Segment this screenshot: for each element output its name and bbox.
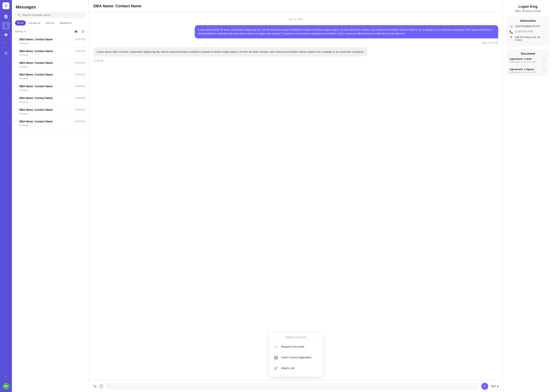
email-icon: 📧 [510,25,513,28]
document-info-1: Agreement Signed Requested on July 14, 2… [510,68,543,73]
star-icon[interactable]: ☆ [83,100,85,103]
message-item-name: DBA Name: Contact Name [15,38,53,41]
message-item[interactable]: DBA Name: Contact Name 6/28/2022 Preview… [12,94,89,106]
delete-icon[interactable]: 🗑️ [80,29,85,34]
send-button[interactable]: ➤ [481,383,488,390]
link-shortcut-icon: 🔗 [273,365,279,371]
info-panel: Logan King DBA: Business Name Informatio… [503,0,553,392]
move-icon[interactable]: 📤 [73,29,79,34]
message-item[interactable]: DBA Name: Contact Name 6/28/2022 Preview… [12,59,89,71]
document-date-0: Requested on July 14, 2022 [510,61,543,63]
message-item-preview-row: Preview ☆ [15,42,85,45]
star-icon[interactable]: ☆ [83,53,85,56]
message-checkbox[interactable] [15,50,18,52]
message-item-preview: Preview [19,42,28,45]
message-meta-sent: Read 12:39 PM [482,42,498,44]
phone-value: 1-777-777-7777 [515,30,533,33]
message-item-preview: Preview [19,65,28,68]
user-avatar[interactable]: MA [2,383,9,390]
document-title: Document [510,52,546,55]
address-row: 📍 836 Old Albany Rd. IN 47401 [510,36,546,42]
sidebar: U 📄 👤 💬 🔌 ⚙️ 🏃 MA [0,0,12,392]
settings-nav-icon[interactable]: ⚙️ [2,49,10,57]
doc-status-draft: Draft [524,58,532,60]
document-name-1: Agreement Signed [510,68,543,71]
chat-input-wrapper [106,383,479,390]
date-divider: July 14, 2022 [93,18,498,21]
message-bubble-sent: Lorem ipsum dolor sit amet, consectetur … [195,25,498,38]
document-download-icon-0[interactable]: 📄 [543,57,546,61]
insert-application-item[interactable]: ⬆️ Insert Current Application [269,352,323,363]
message-item[interactable]: DBA Name: Contact Name 6/28/2022 Preview… [12,83,89,94]
message-item[interactable]: DBA Name: Contact Name 6/28/2022 Preview… [12,118,89,129]
message-checkbox[interactable] [15,120,18,123]
tab-unread[interactable]: Unread 34 [27,20,43,26]
document-shortcut-icon: 📄 [273,343,279,350]
message-item-date: 6/28/2022 [75,108,85,111]
sort-actions: 📤 🗑️ [73,29,85,34]
search-bar[interactable]: 🔍 [15,12,85,18]
request-document-item[interactable]: 📄 Request Document [269,341,323,352]
message-bubble-received: Lorem ipsum dolor sit amet, consectetur … [93,47,368,56]
star-icon[interactable]: ☆ [83,124,85,127]
message-item-header: DBA Name: Contact Name 6/28/2022 [15,85,85,88]
message-checkbox[interactable] [15,97,18,99]
chat-input[interactable] [109,385,476,388]
search-input[interactable] [22,14,83,16]
message-item-header: DBA Name: Contact Name 6/28/2022 [15,49,85,53]
message-item-preview-row: Preview ☆ [15,124,85,127]
message-item-name: DBA Name: Contact Name [15,108,53,111]
message-item[interactable]: DBA Name: Contact Name 6/28/2022 Preview… [12,71,89,83]
document-row-1: Agreement Signed Requested on July 14, 2… [510,68,546,73]
users-nav-icon[interactable]: 👤 [2,22,10,30]
activity-nav-icon[interactable]: 🏃 [2,374,10,381]
attach-link-item[interactable]: 🔗 Attach Link [269,363,323,374]
message-item-header: DBA Name: Contact Name 6/28/2022 [15,73,85,76]
app-logo[interactable]: U [2,2,9,9]
document-row-0: Agreement Draft Requested on July 14, 20… [510,57,546,65]
message-item-preview-row: Preview ☆ [15,89,85,92]
document-icon[interactable]: 📋 [99,384,103,388]
message-item-preview-row: Preview ☆ [15,65,85,68]
star-icon[interactable]: ☆ [83,112,85,115]
star-icon[interactable]: ☆ [83,89,85,92]
message-item-header: DBA Name: Contact Name 6/28/2022 [15,97,85,99]
message-checkbox[interactable] [15,73,18,76]
messages-panel: Messages 🔍 All 34 Unread 34 Sent 34 Dele… [12,0,89,392]
document-info-0: Agreement Draft Requested on July 14, 20… [510,57,543,63]
message-item[interactable]: DBA Name: Contact Name 6/28/2022 Preview… [12,106,89,118]
message-checkbox[interactable] [15,108,18,111]
star-icon[interactable]: ☆ [83,42,85,45]
message-item[interactable]: DBA Name: Contact Name 6/28/2022 Preview… [12,47,89,59]
sort-label: Sort by: X [15,30,26,33]
search-icon: 🔍 [17,14,21,16]
message-checkbox[interactable] [15,38,18,41]
message-item-date: 6/28/2022 [75,120,85,123]
location-icon: 📍 [510,36,513,39]
message-item[interactable]: DBA Name: Contact Name 6/28/2022 Preview… [12,35,89,47]
message-item-preview: Preview [19,77,28,80]
status-dot-signed [524,69,525,70]
message-item-preview: Preview [19,112,28,115]
message-item-name: DBA Name: Contact Name [15,97,53,99]
plugin-nav-icon[interactable]: 🔌 [2,40,10,48]
messages-title: Messages [12,0,89,12]
attach-link-label: Attach Link [281,367,294,370]
documents-nav-icon[interactable]: 📄 [2,13,10,20]
message-item-preview: Preview [19,124,28,127]
star-icon[interactable]: ☆ [83,77,85,80]
attachment-icon[interactable]: 📎 [93,384,97,388]
tab-deleted[interactable]: Deleted 34 [57,20,74,26]
phone-icon: 📞 [510,30,513,34]
star-icon[interactable]: ☆ [83,65,85,68]
document-download-icon-1[interactable]: 📄 [543,68,546,71]
tab-sent[interactable]: Sent 34 [43,20,56,26]
messages-nav-icon[interactable]: 💬 [2,31,10,39]
text-button[interactable]: Text ▲ [490,385,499,388]
message-checkbox[interactable] [15,85,18,88]
message-item-name: DBA Name: Contact Name [15,85,53,88]
tab-all[interactable]: All 34 [15,20,26,26]
message-item-header: DBA Name: Contact Name 6/28/2022 [15,108,85,111]
upload-shortcut-icon: ⬆️ [273,354,279,360]
message-checkbox[interactable] [15,62,18,64]
